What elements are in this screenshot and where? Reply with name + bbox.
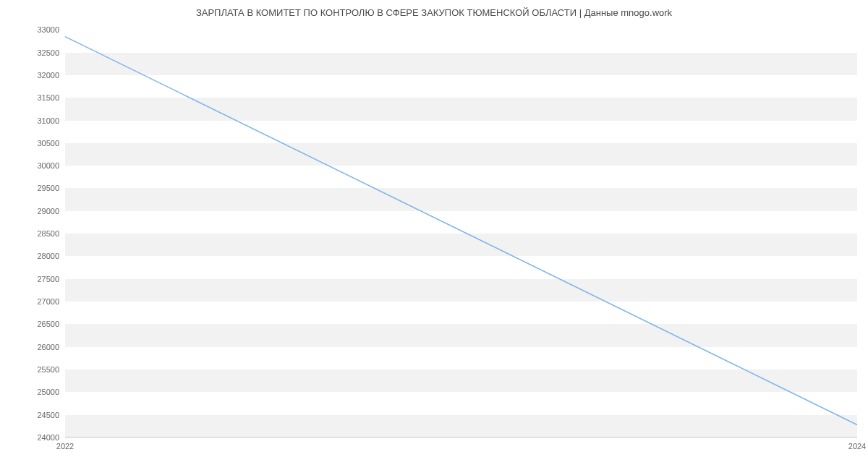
- y-tick-label: 28500: [37, 229, 59, 238]
- y-tick-label: 25000: [37, 388, 59, 396]
- y-tick-label: 31500: [37, 93, 59, 102]
- y-tick-label: 24000: [37, 433, 59, 442]
- y-tick-label: 28000: [37, 252, 59, 260]
- x-tick-label: 2024: [848, 442, 866, 450]
- y-tick-label: 32000: [37, 71, 59, 80]
- chart-plot-area: 2400024500250002550026000265002700027500…: [65, 25, 857, 437]
- y-tick-label: 27000: [37, 297, 59, 306]
- y-tick-label: 26500: [37, 320, 59, 328]
- y-tick-label: 24500: [37, 411, 59, 419]
- y-tick-label: 32500: [37, 48, 59, 57]
- y-tick-label: 29000: [37, 207, 59, 215]
- y-tick-label: 26000: [37, 343, 59, 351]
- data-series-line: [65, 37, 857, 425]
- y-tick-label: 31000: [37, 116, 59, 125]
- y-tick-label: 27500: [37, 275, 59, 283]
- y-tick-label: 33000: [37, 25, 59, 34]
- y-tick-label: 30500: [37, 139, 59, 148]
- y-tick-label: 29500: [37, 184, 59, 192]
- chart-svg: [65, 25, 857, 437]
- y-tick-label: 30000: [37, 161, 59, 170]
- x-tick-label: 2022: [56, 442, 74, 450]
- chart-title: ЗАРПЛАТА В КОМИТЕТ ПО КОНТРОЛЮ В СФЕРЕ З…: [0, 0, 868, 18]
- y-tick-label: 25500: [37, 365, 59, 374]
